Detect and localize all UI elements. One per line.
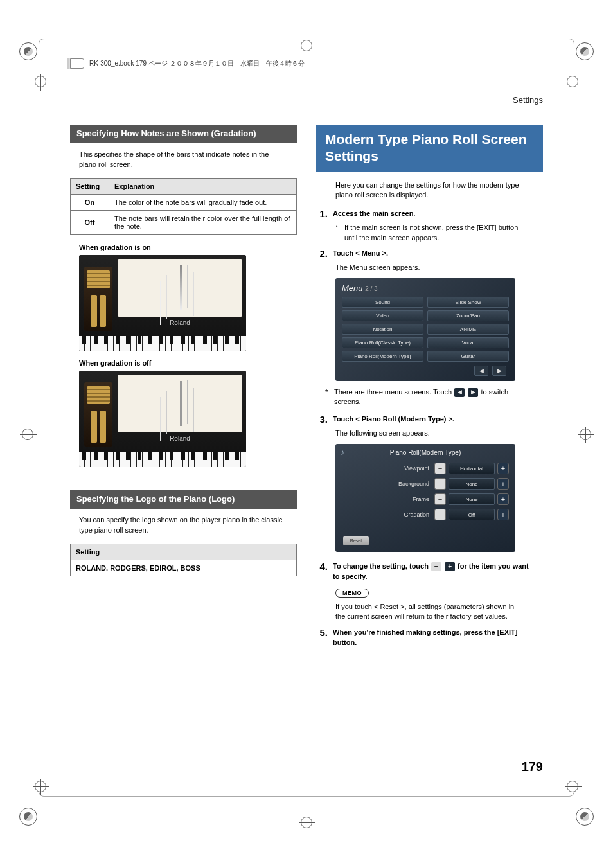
table-row: Off The note bars will retain their colo… bbox=[71, 210, 297, 234]
section-title-logo: Specifying the Logo of the Piano (Logo) bbox=[70, 490, 297, 509]
step-2: 2. Touch < Menu >. bbox=[316, 248, 534, 259]
reset-button[interactable]: Reset bbox=[343, 536, 369, 545]
memo-badge: MEMO bbox=[335, 589, 369, 598]
print-mark bbox=[576, 808, 594, 826]
gradation-intro: This specifies the shape of the bars tha… bbox=[79, 150, 288, 170]
menu-item-button[interactable]: Piano Roll(Classic Type) bbox=[342, 337, 423, 348]
decrease-button[interactable]: − bbox=[434, 478, 446, 490]
menu-note-pre: There are three menu screens. Touch bbox=[334, 388, 452, 396]
piano-roll-area bbox=[118, 259, 242, 317]
table-row: ROLAND, RODGERS, EDIROL, BOSS bbox=[71, 560, 297, 576]
screenshot-logo: Roland bbox=[118, 319, 242, 326]
step-1: 1. Access the main screen. bbox=[316, 208, 534, 219]
running-header: Settings bbox=[70, 95, 543, 109]
modern-intro: Here you can change the settings for how… bbox=[335, 181, 534, 201]
menu-switch-note: * There are three menu screens. Touch ◀ … bbox=[325, 387, 525, 408]
inline-prev-icon: ◀ bbox=[454, 388, 465, 397]
step-1-note: * If the main screen is not shown, press… bbox=[335, 223, 525, 243]
decrease-button[interactable]: − bbox=[434, 463, 446, 474]
decrease-button[interactable]: − bbox=[434, 493, 446, 505]
step-5: 5. When you're finished making settings,… bbox=[316, 627, 534, 648]
piano-roll-area bbox=[118, 375, 242, 432]
menu-item-button[interactable]: Slide Show bbox=[427, 297, 509, 308]
setting-value: Off bbox=[449, 509, 495, 520]
increase-button[interactable]: + bbox=[497, 478, 509, 490]
menu-item-button[interactable]: Video bbox=[342, 310, 423, 321]
setting-label: Frame bbox=[342, 496, 434, 502]
menu-title: Menu 2 / 3 bbox=[342, 283, 509, 293]
menu-item-button[interactable]: Zoom/Pan bbox=[427, 310, 509, 321]
step-4: 4. To change the setting, touch − + for … bbox=[316, 561, 534, 582]
modern-setting-row: Background−None+ bbox=[342, 478, 509, 490]
menu-title-text: Menu bbox=[342, 283, 363, 293]
menu-item-button[interactable]: Sound bbox=[342, 297, 423, 308]
modern-setting-row: Frame−None+ bbox=[342, 493, 509, 505]
screenshot-logo: Roland bbox=[118, 435, 242, 442]
print-mark bbox=[301, 817, 312, 828]
logo-intro: You can specify the logo shown on the pl… bbox=[79, 515, 288, 536]
print-mark bbox=[19, 42, 37, 60]
step-number: 5. bbox=[316, 627, 328, 648]
step-number: 1. bbox=[316, 208, 328, 219]
increase-button[interactable]: + bbox=[497, 509, 509, 520]
step-1-note-text: If the main screen is not shown, press t… bbox=[344, 223, 525, 243]
menu-item-button[interactable]: Notation bbox=[342, 324, 423, 335]
menu-page-indicator: 2 / 3 bbox=[365, 285, 377, 292]
step-number: 4. bbox=[316, 561, 328, 582]
step-label: To change the setting, touch − + for the… bbox=[333, 561, 534, 582]
setting-off-label: Off bbox=[71, 210, 109, 234]
print-mark bbox=[576, 42, 594, 60]
print-mark bbox=[19, 808, 37, 826]
page-number: 179 bbox=[522, 759, 543, 774]
step-3: 3. Touch < Piano Roll (Modern Type) >. bbox=[316, 414, 534, 425]
inline-plus-icon: + bbox=[445, 562, 455, 571]
step-number: 3. bbox=[316, 414, 328, 425]
menu-item-button[interactable]: ANIME bbox=[427, 324, 509, 335]
logo-table: Setting ROLAND, RODGERS, EDIROL, BOSS bbox=[70, 544, 297, 576]
music-note-icon: ♪ bbox=[341, 448, 344, 457]
right-column: Modern Type Piano Roll Screen Settings H… bbox=[316, 125, 543, 652]
section-title-gradation: Specifying How Notes are Shown (Gradatio… bbox=[70, 125, 297, 143]
screenshot-modern-settings: ♪ Piano Roll(Modern Type) Viewpoint−Hori… bbox=[335, 444, 515, 552]
setting-on-explanation: The color of the note bars will graduall… bbox=[109, 194, 297, 210]
print-mark bbox=[22, 429, 33, 440]
caption-gradation-off: When gradation is off bbox=[79, 359, 297, 367]
piano-icon bbox=[84, 267, 112, 331]
increase-button[interactable]: + bbox=[497, 493, 509, 505]
table-header-setting: Setting bbox=[71, 178, 109, 194]
menu-prev-button[interactable]: ◀ bbox=[474, 366, 488, 376]
step-4-label-pre: To change the setting, touch bbox=[333, 562, 429, 570]
increase-button[interactable]: + bbox=[497, 463, 509, 474]
setting-value: None bbox=[449, 493, 495, 505]
menu-next-button[interactable]: ▶ bbox=[492, 366, 506, 376]
step-number: 2. bbox=[316, 248, 328, 259]
setting-label: Background bbox=[342, 481, 434, 487]
left-column: Specifying How Notes are Shown (Gradatio… bbox=[70, 125, 297, 652]
menu-item-button[interactable]: Vocal bbox=[427, 337, 509, 348]
setting-off-explanation: The note bars will retain their color ov… bbox=[109, 210, 297, 234]
table-header-setting: Setting bbox=[71, 544, 297, 560]
step-3-sub: The following screen appears. bbox=[335, 429, 525, 438]
setting-value: None bbox=[449, 478, 495, 490]
book-header: RK-300_e.book 179 ページ ２００８年９月１０日 水曜日 午後４… bbox=[70, 58, 543, 69]
menu-note-text: There are three menu screens. Touch ◀ ▶ … bbox=[334, 387, 525, 408]
screenshot-gradation-off: Roland bbox=[79, 371, 246, 467]
modern-setting-row: Gradation−Off+ bbox=[342, 509, 509, 520]
menu-item-button[interactable]: Piano Roll(Modern Type) bbox=[342, 351, 423, 362]
setting-on-label: On bbox=[71, 194, 109, 210]
asterisk-icon: * bbox=[325, 387, 330, 408]
modern-setting-row: Viewpoint−Horizontal+ bbox=[342, 463, 509, 474]
page-frame: RK-300_e.book 179 ページ ２００８年９月１０日 水曜日 午後４… bbox=[39, 39, 574, 797]
setting-label: Viewpoint bbox=[342, 465, 434, 472]
print-mark bbox=[580, 429, 591, 440]
main-heading: Modern Type Piano Roll Screen Settings bbox=[316, 125, 543, 172]
screenshot-gradation-on: Roland bbox=[79, 255, 246, 351]
gradation-table: Setting Explanation On The color of the … bbox=[70, 178, 297, 235]
decrease-button[interactable]: − bbox=[434, 509, 446, 520]
table-header-explanation: Explanation bbox=[109, 178, 297, 194]
inline-next-icon: ▶ bbox=[468, 388, 478, 397]
step-2-sub: The Menu screen appears. bbox=[335, 263, 525, 272]
piano-keys bbox=[79, 336, 246, 351]
asterisk-icon: * bbox=[335, 223, 341, 243]
menu-item-button[interactable]: Guitar bbox=[427, 351, 509, 362]
